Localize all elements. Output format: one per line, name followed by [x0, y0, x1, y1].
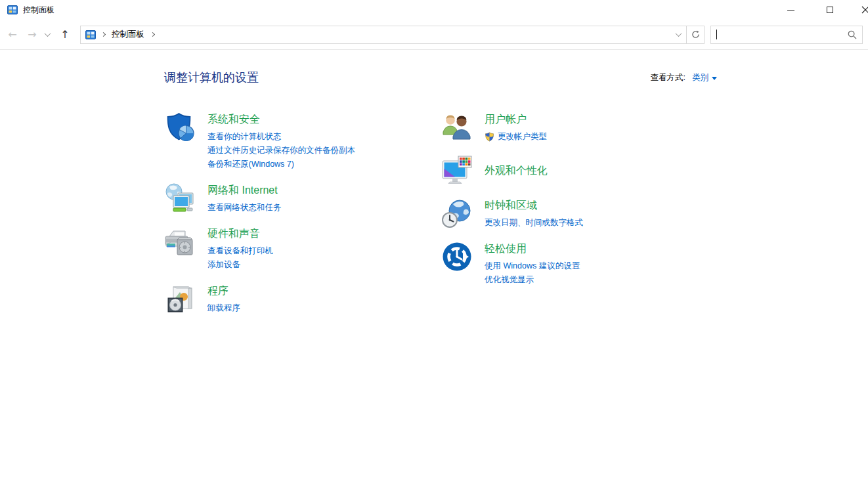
category-title-link[interactable]: 外观和个性化: [485, 164, 548, 178]
task-link-with-uac[interactable]: 更改帐户类型: [485, 130, 547, 144]
breadcrumb-separator-icon: [101, 32, 106, 37]
category-column-left: 系统和安全 查看你的计算机状态 通过文件历史记录保存你的文件备份副本 备份和还原…: [164, 112, 441, 326]
view-by-value[interactable]: 类别: [692, 72, 708, 83]
address-bar[interactable]: 控制面板: [80, 26, 687, 44]
title-bar: 控制面板: [0, 0, 868, 20]
task-link-label: 更改帐户类型: [498, 130, 547, 144]
task-link[interactable]: 通过文件历史记录保存你的文件备份副本: [207, 144, 355, 158]
address-dropdown-button[interactable]: [670, 26, 686, 43]
control-panel-home: 调整计算机的设置 查看方式: 类别 系统和安全 查看你的计算机状态: [0, 50, 868, 326]
user-accounts-icon[interactable]: [441, 112, 473, 143]
task-link[interactable]: 查看你的计算机状态: [207, 130, 355, 144]
category-ease-of-access: 轻松使用 使用 Windows 建议的设置 优化视觉显示: [441, 241, 718, 287]
appearance-personalization-icon[interactable]: [441, 155, 473, 186]
category-hardware-sound: 硬件和声音 查看设备和打印机 添加设备: [164, 226, 441, 272]
system-security-icon[interactable]: [164, 112, 196, 143]
breadcrumb-separator-icon[interactable]: [150, 32, 155, 37]
category-column-right: 用户帐户 更改帐户类型: [441, 112, 718, 326]
recent-locations-button[interactable]: [42, 25, 53, 45]
programs-icon[interactable]: [164, 283, 196, 314]
category-programs: 程序 卸载程序: [164, 283, 441, 315]
category-system-security: 系统和安全 查看你的计算机状态 通过文件历史记录保存你的文件备份副本 备份和还原…: [164, 112, 441, 171]
window-title: 控制面板: [23, 5, 54, 16]
category-network-internet: 网络和 Internet 查看网络状态和任务: [164, 183, 441, 215]
minimize-icon: [787, 10, 794, 11]
view-by-label: 查看方式:: [651, 72, 685, 83]
search-icon[interactable]: [848, 30, 857, 39]
navigation-toolbar: ← → ↑ 控制面板: [0, 20, 868, 50]
category-title-link[interactable]: 轻松使用: [485, 242, 580, 256]
category-title-link[interactable]: 系统和安全: [207, 113, 355, 127]
task-link[interactable]: 更改日期、时间或数字格式: [485, 216, 583, 230]
back-button[interactable]: ←: [3, 25, 22, 45]
category-title-link[interactable]: 程序: [207, 284, 240, 298]
chevron-down-icon: [44, 30, 51, 37]
category-title-link[interactable]: 时钟和区域: [485, 199, 583, 213]
view-by-control: 查看方式: 类别: [651, 72, 717, 83]
network-internet-icon[interactable]: [164, 183, 196, 214]
ease-of-access-icon[interactable]: [441, 241, 473, 272]
task-link[interactable]: 使用 Windows 建议的设置: [485, 259, 580, 273]
close-icon: [861, 6, 868, 14]
category-user-accounts: 用户帐户 更改帐户类型: [441, 112, 718, 144]
control-panel-location-icon: [85, 30, 96, 40]
task-link[interactable]: 备份和还原(Windows 7): [207, 158, 355, 171]
task-link[interactable]: 优化视觉显示: [485, 273, 580, 287]
search-input[interactable]: [710, 26, 863, 44]
task-link[interactable]: 查看设备和打印机: [207, 244, 273, 258]
maximize-icon: [827, 7, 833, 13]
forward-icon: →: [28, 30, 36, 40]
refresh-button[interactable]: [687, 26, 705, 44]
chevron-down-icon: [675, 30, 682, 37]
category-title-link[interactable]: 硬件和声音: [207, 227, 273, 241]
forward-button[interactable]: →: [22, 25, 42, 45]
category-appearance-personalization: 外观和个性化: [441, 155, 718, 186]
back-icon: ←: [8, 30, 16, 40]
hardware-sound-icon[interactable]: [164, 226, 196, 257]
up-button[interactable]: ↑: [55, 25, 75, 45]
task-link[interactable]: 卸载程序: [207, 301, 240, 315]
dropdown-arrow-icon[interactable]: [712, 77, 717, 80]
category-clock-region: 时钟和区域 更改日期、时间或数字格式: [441, 198, 718, 230]
clock-region-icon[interactable]: [441, 198, 473, 229]
category-title-link[interactable]: 用户帐户: [485, 113, 547, 127]
up-icon: ↑: [60, 30, 69, 40]
page-title: 调整计算机的设置: [164, 70, 259, 85]
uac-shield-icon: [485, 132, 494, 142]
minimize-button[interactable]: [781, 0, 800, 20]
maximize-button[interactable]: [820, 0, 840, 20]
task-link[interactable]: 查看网络状态和任务: [207, 201, 282, 215]
category-title-link[interactable]: 网络和 Internet: [207, 184, 282, 198]
breadcrumb-location[interactable]: 控制面板: [111, 29, 145, 40]
task-link[interactable]: 添加设备: [207, 258, 273, 272]
control-panel-icon: [7, 5, 18, 15]
text-caret: [716, 30, 717, 39]
close-button[interactable]: [856, 0, 868, 20]
refresh-icon: [691, 30, 700, 39]
